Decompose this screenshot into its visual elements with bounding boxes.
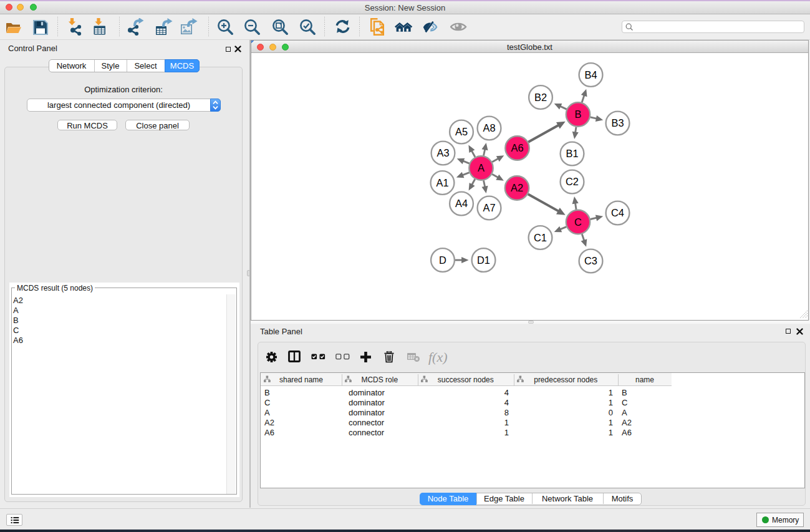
svg-text:B4: B4 [584,69,597,80]
svg-text:B: B [575,109,582,120]
svg-text:D1: D1 [477,254,490,266]
svg-text:A5: A5 [455,126,468,137]
svg-text:C4: C4 [611,207,624,218]
svg-text:A1: A1 [436,177,448,188]
svg-text:C1: C1 [534,232,547,243]
svg-text:A: A [478,162,485,173]
svg-text:B1: B1 [566,148,578,159]
svg-text:D: D [439,254,446,266]
svg-text:A3: A3 [436,147,449,158]
svg-text:B3: B3 [611,117,624,128]
svg-text:C: C [574,216,582,228]
svg-text:A8: A8 [483,122,495,133]
svg-text:C2: C2 [566,176,579,187]
svg-text:A2: A2 [511,182,523,193]
svg-text:C3: C3 [584,255,597,266]
svg-text:A6: A6 [511,142,523,153]
svg-text:A4: A4 [455,198,468,209]
svg-text:B2: B2 [534,92,547,103]
svg-text:A7: A7 [483,202,495,213]
